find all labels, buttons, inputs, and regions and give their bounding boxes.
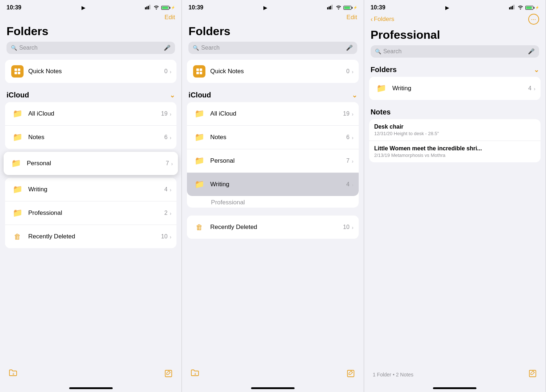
search-placeholder-3: Search <box>383 48 526 55</box>
search-bar-2[interactable]: 🔍 Search 🎤 <box>188 42 357 54</box>
status-icons-2: ⚡ <box>327 5 357 11</box>
trash-icon-2: 🗑 <box>193 221 206 234</box>
page-title-2: Folders <box>182 24 363 42</box>
icloud-card-2: 📁 All iCloud 19 › 📁 Notes 6 › 📁 Personal <box>187 102 358 208</box>
icloud-title-1: iCloud <box>7 91 29 99</box>
svg-rect-2 <box>148 6 149 9</box>
notes-folder-item-2[interactable]: 📁 Notes 6 › <box>187 126 358 149</box>
recently-deleted-count-2: 10 <box>343 224 350 230</box>
quick-notes-card-1: Quick Notes 0 › <box>5 60 176 83</box>
notes-folder-icon-1: 📁 <box>11 131 24 144</box>
edit-button-2[interactable]: Edit <box>346 14 357 21</box>
mic-icon-3[interactable]: 🎤 <box>528 48 535 55</box>
all-icloud-item-2[interactable]: 📁 All iCloud 19 › <box>187 102 358 126</box>
professional-label-1: Professional <box>28 209 164 217</box>
compose-button-1[interactable] <box>164 369 173 380</box>
back-label-3: Folders <box>374 16 395 23</box>
notes-header-3: Notes <box>364 106 546 119</box>
all-icloud-item-1[interactable]: 📁 All iCloud 19 › <box>5 102 176 126</box>
compose-button-2[interactable] <box>346 369 355 380</box>
svg-rect-1 <box>146 7 147 9</box>
location-icon-3: ▶ <box>445 5 449 11</box>
nav-bar-2: Edit <box>182 12 363 24</box>
time-2: 10:39 <box>188 4 203 11</box>
status-bar-2: 10:39 ▶ ⚡ <box>182 0 363 12</box>
quick-notes-label-1: Quick Notes <box>28 68 164 75</box>
icloud-card-1: 📁 All iCloud 19 › 📁 Notes 6 › <box>5 102 176 149</box>
svg-rect-17 <box>200 72 202 74</box>
personal-item-2[interactable]: 📁 Personal 7 › <box>187 149 358 173</box>
svg-text:+: + <box>12 372 14 376</box>
notes-folder-item-1[interactable]: 📁 Notes 6 › <box>5 126 176 149</box>
location-icon-2: ▶ <box>263 5 267 11</box>
note-title-1: Desk chair <box>374 124 535 130</box>
new-folder-button-1[interactable]: + <box>9 369 18 380</box>
svg-rect-21 <box>510 7 512 9</box>
writing-folder-icon-3: 📁 <box>375 82 388 95</box>
note-title-2: Little Women meet the incredible shri... <box>374 145 535 152</box>
battery-icon-1: ⚡ <box>161 6 175 10</box>
mic-icon-1[interactable]: 🎤 <box>164 45 171 51</box>
svg-rect-12 <box>330 6 331 9</box>
quick-notes-item-2[interactable]: Quick Notes 0 › <box>187 60 358 83</box>
edit-button-1[interactable]: Edit <box>164 14 175 21</box>
writing-folder-label-3: Writing <box>392 85 528 92</box>
note-item-1[interactable]: Desk chair 12/31/20 Height to desk - 28.… <box>369 119 541 141</box>
quick-notes-icon-1 <box>11 65 24 78</box>
writing-count-2: 4 <box>346 181 350 188</box>
note-item-2[interactable]: Little Women meet the incredible shri...… <box>369 141 541 162</box>
writing-folder-count-3: 4 <box>528 85 532 92</box>
wifi-icon-2 <box>335 5 342 11</box>
mic-icon-2[interactable]: 🎤 <box>346 45 353 51</box>
writing-item-1[interactable]: 📁 Writing 4 › <box>5 178 176 201</box>
icloud-chevron-1[interactable]: ⌄ <box>170 91 175 99</box>
personal-item-1[interactable]: 📁 Personal 7 › <box>4 152 178 175</box>
compose-button-3[interactable] <box>528 369 537 380</box>
page-title-1: Folders <box>0 24 182 42</box>
back-button-3[interactable]: ‹ Folders <box>371 16 395 23</box>
battery-icon-2: ⚡ <box>343 6 357 10</box>
personal-count-1: 7 <box>166 160 169 167</box>
icloud-title-2: iCloud <box>188 91 211 99</box>
svg-rect-6 <box>14 72 17 74</box>
recently-deleted-count-1: 10 <box>161 233 168 240</box>
all-icloud-label-1: All iCloud <box>28 110 161 117</box>
time-3: 10:39 <box>371 4 385 11</box>
quick-notes-count-2: 0 <box>346 68 350 75</box>
bottom-toolbar-1: + <box>0 366 182 387</box>
quick-notes-item-1[interactable]: Quick Notes 0 › <box>5 60 176 83</box>
note-meta-1: 12/31/20 Height to desk - 28.5" <box>374 131 535 136</box>
recently-deleted-item-1[interactable]: 🗑 Recently Deleted 10 › <box>5 225 176 248</box>
writing-item-2[interactable]: 📁 Writing 4 › <box>187 173 358 196</box>
writing-icon-2: 📁 <box>193 178 206 191</box>
more-button-3[interactable]: ··· <box>528 14 539 25</box>
recently-deleted-item-2[interactable]: 🗑 Recently Deleted 10 › <box>187 216 358 239</box>
writing-label-2: Writing <box>210 181 346 188</box>
home-indicator-2 <box>182 387 363 392</box>
writing-folder-item-3[interactable]: 📁 Writing 4 › <box>369 77 541 100</box>
svg-rect-22 <box>512 6 513 9</box>
panel-3: 10:39 ▶ ⚡ ‹ Folders ··· <box>364 0 546 392</box>
svg-rect-13 <box>332 5 333 9</box>
personal-elevated-card[interactable]: 📁 Personal 7 › <box>4 152 178 175</box>
new-folder-button-2[interactable]: + <box>191 369 200 380</box>
home-indicator-1 <box>0 387 182 392</box>
battery-icon-3: ⚡ <box>525 6 539 10</box>
folders-chevron-3[interactable]: ⌄ <box>534 66 539 74</box>
status-icons-1: ⚡ <box>145 5 175 11</box>
svg-rect-20 <box>509 7 510 9</box>
search-bar-1[interactable]: 🔍 Search 🎤 <box>7 42 175 54</box>
status-bar-3: 10:39 ▶ ⚡ <box>364 0 546 12</box>
notes-folder-count-1: 6 <box>164 134 167 141</box>
notes-card-3: Desk chair 12/31/20 Height to desk - 28.… <box>369 119 541 162</box>
svg-text:+: + <box>194 372 196 376</box>
search-bar-3[interactable]: 🔍 Search 🎤 <box>371 45 539 58</box>
icloud-chevron-2[interactable]: ⌄ <box>352 91 357 99</box>
personal-icon-1: 📁 <box>9 157 22 170</box>
all-icloud-icon-1: 📁 <box>11 107 24 120</box>
status-icons-3: ⚡ <box>509 5 539 11</box>
notes-folder-label-2: Notes <box>210 134 346 141</box>
signal-icon-1 <box>145 5 151 11</box>
quick-notes-card-2: Quick Notes 0 › <box>187 60 358 83</box>
professional-item-1[interactable]: 📁 Professional 2 › <box>5 201 176 225</box>
